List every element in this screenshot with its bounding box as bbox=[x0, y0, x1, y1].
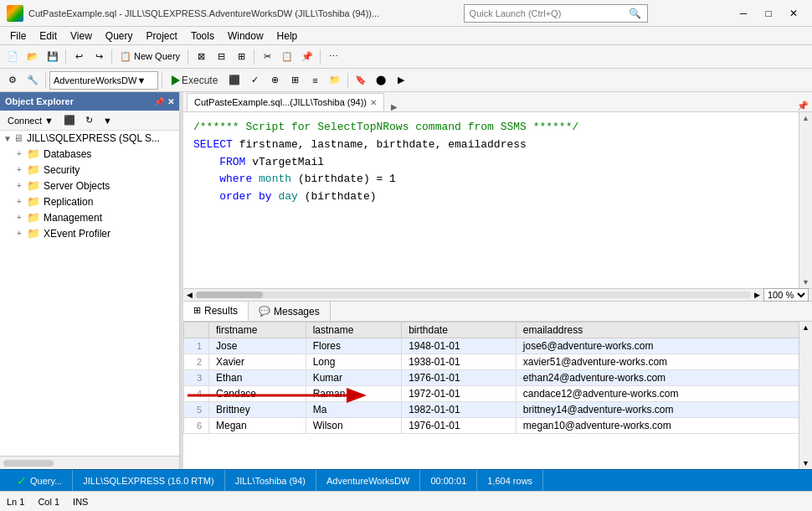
undo-icon[interactable]: ↩ bbox=[69, 48, 88, 66]
server-objects-expand-icon[interactable]: + bbox=[17, 181, 27, 190]
code-line-2: SELECT firstname, lastname, birthdate, e… bbox=[193, 137, 789, 154]
quick-launch-box[interactable]: 🔍 bbox=[464, 4, 648, 23]
redo-icon[interactable]: ↪ bbox=[90, 48, 108, 66]
showplan-button[interactable]: ⊕ bbox=[265, 71, 284, 90]
menu-file[interactable]: File bbox=[3, 27, 33, 45]
menu-edit[interactable]: Edit bbox=[33, 27, 64, 45]
debug-button[interactable]: ▶ bbox=[392, 71, 410, 90]
cell-birthdate: 1972-01-01 bbox=[402, 386, 516, 402]
editor-scrollbar[interactable]: ▲ ▼ bbox=[799, 112, 812, 288]
tab-scroll-right-icon[interactable]: ▶ bbox=[391, 102, 398, 111]
database-dropdown[interactable]: AdventureWorksDW ▼ bbox=[49, 71, 158, 90]
editor-hscroll-thumb[interactable] bbox=[196, 292, 263, 298]
bookmarks-button[interactable]: 🔖 bbox=[352, 71, 370, 90]
editor-tab[interactable]: CutPasteExample.sql...(JILL\Toshiba (94)… bbox=[187, 93, 384, 111]
stop-button[interactable]: ⬛ bbox=[225, 71, 244, 90]
menu-view[interactable]: View bbox=[64, 27, 99, 45]
new-query-button[interactable]: 📋 New Query bbox=[116, 48, 184, 66]
menu-project[interactable]: Project bbox=[140, 27, 184, 45]
oe-tree: ▼ 🖥 JILL\SQLEXPRESS (SQL S... + 📁 Databa… bbox=[0, 131, 179, 456]
save-icon[interactable]: 💾 bbox=[44, 48, 62, 66]
code-from-keyword: FROM bbox=[219, 156, 245, 168]
parse-button[interactable]: ✓ bbox=[245, 71, 264, 90]
oe-databases-node[interactable]: + 📁 Databases bbox=[0, 146, 179, 162]
breakpoint-button[interactable]: ⬤ bbox=[372, 71, 390, 90]
editor-hscroll-left-icon[interactable]: ◀ bbox=[187, 291, 193, 299]
oe-replication-node[interactable]: + 📁 Replication bbox=[0, 194, 179, 209]
more-icon[interactable]: ⋯ bbox=[324, 48, 342, 66]
databases-expand-icon[interactable]: + bbox=[17, 149, 27, 158]
minimize-button[interactable]: ─ bbox=[732, 4, 755, 23]
execute-button[interactable]: Execute bbox=[166, 72, 224, 89]
oe-management-node[interactable]: + 📁 Management bbox=[0, 209, 179, 225]
oe-pin-icon[interactable]: 📌 bbox=[154, 97, 164, 106]
editor-tab-label: CutPasteExample.sql...(JILL\Toshiba (94)… bbox=[194, 97, 367, 107]
mdi-icon[interactable]: ⊠ bbox=[192, 48, 210, 66]
editor-pin-icon[interactable]: 📌 bbox=[797, 101, 809, 111]
connect-button[interactable]: Connect ▼ bbox=[3, 114, 58, 127]
cell-firstname: Jose bbox=[209, 338, 306, 354]
close-button[interactable]: ✕ bbox=[782, 4, 805, 23]
replication-expand-icon[interactable]: + bbox=[17, 197, 27, 206]
oe-disconnect-button[interactable]: ⬛ bbox=[59, 113, 80, 127]
xevent-expand-icon[interactable]: + bbox=[17, 229, 27, 238]
menu-tools[interactable]: Tools bbox=[184, 27, 221, 45]
oe-xevent-node[interactable]: + 📁 XEvent Profiler bbox=[0, 225, 179, 241]
results-to-grid-button[interactable]: ⊞ bbox=[285, 71, 304, 90]
maximize-button[interactable]: □ bbox=[757, 4, 780, 23]
status-database-segment: AdventureWorksDW bbox=[316, 470, 420, 491]
results-to-text-button[interactable]: ≡ bbox=[306, 71, 324, 90]
paste-icon[interactable]: 📌 bbox=[298, 48, 316, 66]
oe-header-icons: 📌 ✕ bbox=[154, 97, 174, 106]
copy-icon[interactable]: 📋 bbox=[278, 48, 296, 66]
oe-server-node[interactable]: ▼ 🖥 JILL\SQLEXPRESS (SQL S... bbox=[0, 131, 179, 146]
menu-query[interactable]: Query bbox=[99, 27, 140, 45]
results-scroll-down-icon[interactable]: ▼ bbox=[800, 457, 811, 469]
menu-help[interactable]: Help bbox=[270, 27, 305, 45]
tab-bar: CutPasteExample.sql...(JILL\Toshiba (94)… bbox=[183, 92, 812, 112]
code-order-rest: (birthdate) bbox=[305, 190, 377, 203]
security-expand-icon[interactable]: + bbox=[17, 165, 27, 174]
cut-icon[interactable]: ✂ bbox=[258, 48, 276, 66]
zoom-dropdown[interactable]: 100 % 75 % 150 % bbox=[763, 288, 809, 302]
new-query-icon[interactable]: 📄 bbox=[3, 48, 22, 66]
editor-scroll-up-icon[interactable]: ▲ bbox=[800, 112, 811, 124]
dtx-icon[interactable]: ⊟ bbox=[212, 48, 230, 66]
status-time-segment: 00:00:01 bbox=[420, 470, 477, 491]
results-tab-messages[interactable]: 💬 Messages bbox=[249, 302, 331, 321]
open-icon[interactable]: 📂 bbox=[23, 48, 42, 66]
oe-refresh-button[interactable]: ↻ bbox=[81, 113, 97, 127]
editor-scroll-down-icon[interactable]: ▼ bbox=[800, 276, 811, 288]
window-controls: ─ □ ✕ bbox=[732, 4, 805, 23]
oe-close-icon[interactable]: ✕ bbox=[167, 97, 174, 106]
status-time-label: 00:00:01 bbox=[430, 476, 466, 486]
cell-birthdate: 1976-01-01 bbox=[402, 370, 516, 386]
table-row[interactable]: 6 Megan Wilson 1976-01-01 megan10@advent… bbox=[184, 418, 812, 434]
oe-security-node[interactable]: + 📁 Security bbox=[0, 162, 179, 178]
quick-launch-input[interactable] bbox=[470, 8, 629, 18]
editor-hscroll-right-icon[interactable]: ▶ bbox=[754, 291, 760, 299]
results-to-file-button[interactable]: 📁 bbox=[326, 71, 344, 90]
management-expand-icon[interactable]: + bbox=[17, 213, 27, 222]
results-scroll-up-icon[interactable]: ▲ bbox=[800, 322, 811, 333]
results-vscrollbar[interactable]: ▲ ▼ bbox=[799, 322, 812, 469]
tb2-icon1[interactable]: ⚙ bbox=[3, 71, 22, 90]
server-expand-icon[interactable]: ▼ bbox=[3, 134, 13, 143]
tb2-icon2[interactable]: 🔧 bbox=[23, 71, 42, 90]
table-row[interactable]: 2 Xavier Long 1938-01-01 xavier51@advent… bbox=[184, 354, 812, 370]
code-editor[interactable]: /****** Script for SelectTopNRows comman… bbox=[183, 112, 799, 288]
oe-filter-button[interactable]: ▼ bbox=[99, 114, 116, 127]
table-row[interactable]: 1 Jose Flores 1948-01-01 jose6@adventure… bbox=[184, 338, 812, 354]
editor-hscroll[interactable]: ◀ ▶ 100 % 75 % 150 % bbox=[183, 288, 812, 302]
oe-server-objects-node[interactable]: + 📁 Server Objects bbox=[0, 178, 179, 194]
tab-close-icon[interactable]: ✕ bbox=[370, 98, 377, 107]
oe-bottom-scrollbar[interactable] bbox=[0, 456, 179, 469]
oe-scrollbar-thumb[interactable] bbox=[3, 460, 54, 467]
results-tab-results[interactable]: ⊞ Results bbox=[183, 302, 249, 321]
server-objects-label: Server Objects bbox=[44, 180, 110, 192]
editor-hscroll-track[interactable] bbox=[196, 292, 751, 298]
search-icon: 🔍 bbox=[629, 8, 641, 19]
xml-icon[interactable]: ⊞ bbox=[232, 48, 250, 66]
menu-window[interactable]: Window bbox=[221, 27, 270, 45]
cell-lastname: Flores bbox=[306, 338, 402, 354]
